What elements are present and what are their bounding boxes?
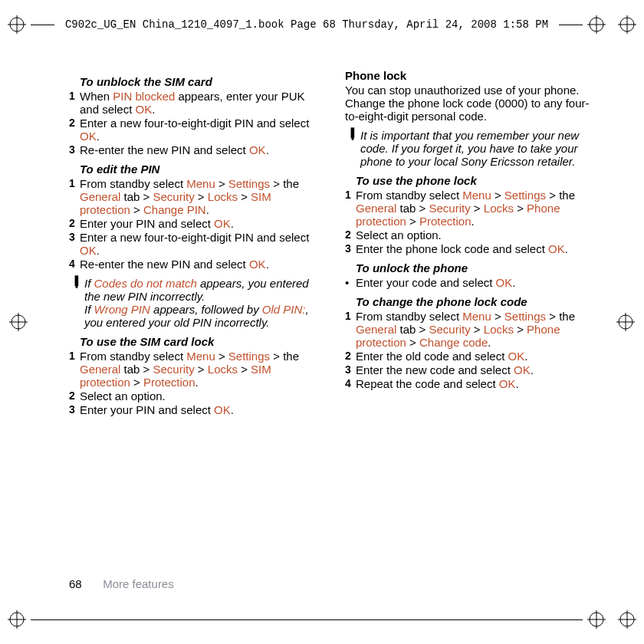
step-number: 3 [69,403,80,416]
registration-mark-icon [618,610,636,629]
bullet-text: Enter your code and select OK. [356,276,598,289]
step-text: Enter the old code and select OK. [356,350,598,363]
page-footer: 68 More features [69,577,174,590]
step-item: 3 Enter a new four-to-eight-digit PIN an… [69,231,322,257]
step-text: Enter your PIN and select OK. [80,217,322,230]
step-number: 3 [345,363,356,376]
step-number: 3 [345,242,356,255]
step-item: 2 Select an option. [69,389,322,402]
note-block: ❚• It is important that you remember you… [345,129,598,168]
step-number: 2 [69,217,80,230]
step-item: 1 From standby select Menu > Settings > … [69,177,322,216]
section-heading: To use the SIM card lock [80,335,322,348]
step-item: 2 Enter your PIN and select OK. [69,217,322,230]
step-item: 4 Re-enter the new PIN and select OK. [69,258,322,271]
step-text: Enter a new four-to-eight-digit PIN and … [80,117,322,143]
step-number: 1 [345,189,356,228]
step-item: 3 Enter the phone lock code and select O… [345,242,598,255]
step-number: 2 [69,389,80,402]
warning-icon: ❚• [69,277,84,329]
note-text: It is important that you remember your n… [360,129,598,168]
step-item: 1 When PIN blocked appears, enter your P… [69,90,322,116]
step-text: From standby select Menu > Settings > th… [356,189,598,228]
page-number: 68 [69,577,100,590]
section-heading: To edit the PIN [80,163,322,176]
step-item: 2 Select an option. [345,228,598,242]
step-item: 1 From standby select Menu > Settings > … [345,189,598,228]
step-item: 1 From standby select Menu > Settings > … [345,310,598,349]
step-number: 1 [345,310,356,349]
step-text: Enter the phone lock code and select OK. [356,242,598,255]
step-item: 3 Re-enter the new PIN and select OK. [69,143,322,156]
registration-mark-icon [8,610,26,629]
step-item: 2 Enter a new four-to-eight-digit PIN an… [69,117,322,143]
step-text: Enter your PIN and select OK. [80,403,322,416]
step-number: 2 [69,117,80,143]
step-text: Select an option. [80,389,322,402]
column-left: To unblock the SIM card 1 When PIN block… [69,69,322,575]
step-text: From standby select Menu > Settings > th… [356,310,598,349]
step-text: From standby select Menu > Settings > th… [80,177,322,216]
step-number: 3 [69,231,80,257]
step-number: 4 [69,258,80,271]
section-heading: To unblock the SIM card [80,75,322,88]
column-right: Phone lock You can stop unauthorized use… [345,69,598,575]
step-number: 1 [69,177,80,216]
step-text: From standby select Menu > Settings > th… [80,350,322,389]
step-text: When PIN blocked appears, enter your PUK… [80,90,322,116]
doc-meta-label: C902c_UG_EN China_1210_4097_1.book Page … [59,18,554,31]
step-number: 3 [69,143,80,156]
step-number: 1 [69,350,80,389]
section-heading: To unlock the phone [356,261,598,274]
step-text: Repeat the code and select OK. [356,377,598,390]
footer-section-label: More features [103,577,174,590]
note-block: ❚• If Codes do not match appears, you en… [69,277,322,329]
step-number: 4 [345,377,356,390]
step-number: 1 [69,90,80,116]
step-text: Re-enter the new PIN and select OK. [80,143,322,156]
step-number: 2 [345,228,356,242]
crop-bar-top: C902c_UG_EN China_1210_4097_1.book Page … [0,11,644,38]
section-heading: To use the phone lock [356,174,598,187]
step-item: 3 Enter the new code and select OK. [345,363,598,376]
warning-icon: ❚• [345,129,360,168]
step-item: 4 Repeat the code and select OK. [345,377,598,390]
registration-mark-icon [9,313,28,331]
bullet-item: Enter your code and select OK. [345,276,598,289]
crop-bar-bottom [0,606,644,633]
step-item: 3 Enter your PIN and select OK. [69,403,322,416]
step-text: Select an option. [356,228,598,242]
step-text: Enter the new code and select OK. [356,363,598,376]
registration-mark-icon [587,610,606,629]
step-item: 1 From standby select Menu > Settings > … [69,350,322,389]
step-item: 2 Enter the old code and select OK. [345,350,598,363]
section-heading: Phone lock [345,69,598,82]
registration-mark-icon [8,15,26,34]
step-number: 2 [345,350,356,363]
note-text: If Codes do not match appears, you enter… [84,277,322,329]
registration-mark-icon [618,15,636,34]
registration-mark-icon [616,313,635,331]
step-text: Enter a new four-to-eight-digit PIN and … [80,231,322,257]
page-body: To unblock the SIM card 1 When PIN block… [69,69,598,575]
paragraph: You can stop unauthorized use of your ph… [345,84,598,123]
step-text: Re-enter the new PIN and select OK. [80,258,322,271]
bullet-icon [345,276,356,289]
section-heading: To change the phone lock code [356,295,598,308]
registration-mark-icon [587,15,606,34]
